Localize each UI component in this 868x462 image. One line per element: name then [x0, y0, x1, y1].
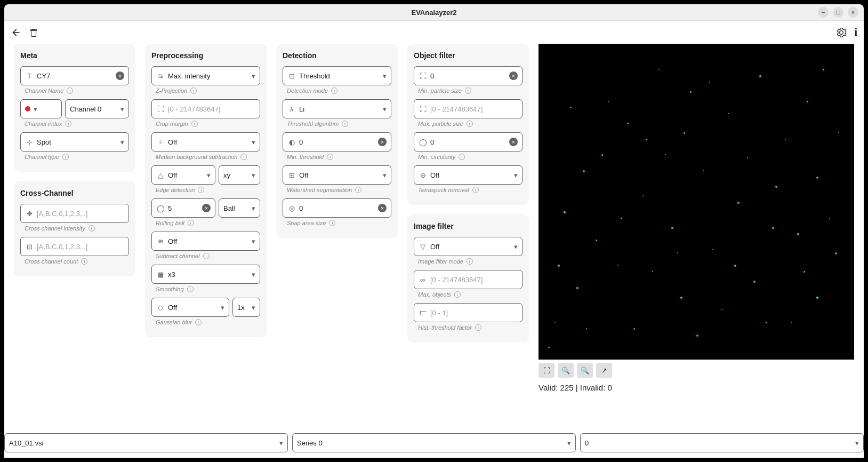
window-title: EVAnalayzer2 — [411, 9, 456, 17]
snap-area-input[interactable]: ◎ 0 × — [283, 198, 391, 218]
minimize-button[interactable]: − — [818, 7, 829, 18]
info-icon[interactable]: i — [187, 286, 194, 292]
max-particle-input[interactable]: ⛶ [0 - 2147483647] — [414, 99, 523, 118]
info-icon[interactable]: i — [198, 187, 204, 193]
hist-threshold-input[interactable]: ⫍ [0 - 1] — [414, 303, 523, 322]
min-circularity-input[interactable]: ◯ 0 × — [414, 132, 523, 152]
info-icon[interactable]: i — [195, 319, 202, 325]
info-icon[interactable]: i — [188, 220, 194, 226]
info-icon[interactable]: i — [355, 187, 361, 193]
info-icon[interactable]: i — [342, 121, 348, 127]
chevron-down-icon: ▾ — [252, 270, 255, 278]
info-icon[interactable]: i — [191, 121, 198, 127]
clear-icon[interactable]: × — [378, 138, 387, 146]
channel-index-select[interactable]: Channel 0 ▾ — [65, 99, 129, 118]
info-icon[interactable]: i — [472, 187, 479, 193]
open-external-button[interactable]: ↗ — [596, 363, 612, 378]
fullscreen-button[interactable]: ⛶ — [539, 363, 554, 378]
gaussian-blur-select[interactable]: ◇ Off ▾ — [151, 298, 229, 317]
maximize-button[interactable]: □ — [833, 7, 843, 18]
info-icon[interactable]: i — [467, 258, 473, 265]
smoothing-select[interactable]: ▦ x3 ▾ — [151, 265, 260, 284]
series-select[interactable]: Series 0 ▾ — [292, 433, 576, 452]
count-icon: ⊡ — [25, 243, 34, 251]
info-icon[interactable]: i — [65, 121, 71, 127]
red-dot-icon — [25, 106, 30, 111]
watershed-select[interactable]: ⊞ Off ▾ — [283, 165, 391, 185]
delete-button[interactable] — [29, 28, 38, 37]
info-icon[interactable]: i — [81, 258, 87, 265]
detection-mode-select[interactable]: ⊡ Threshold ▾ — [283, 66, 391, 85]
rolling-ball-type-select[interactable]: Ball ▾ — [219, 198, 260, 218]
info-icon[interactable]: i — [331, 87, 337, 94]
clear-icon[interactable]: × — [509, 71, 518, 80]
rolling-ball-input[interactable]: ◯ 5 × — [151, 198, 215, 218]
image-filter-mode-select[interactable]: ▽ Off ▾ — [414, 237, 523, 256]
chevron-down-icon: ▾ — [279, 439, 283, 447]
info-icon[interactable]: i — [329, 220, 335, 226]
info-icon[interactable]: i — [203, 253, 210, 259]
chevron-down-icon: ▾ — [252, 72, 255, 80]
info-icon[interactable]: i — [454, 291, 461, 298]
ellipse-icon: ◯ — [419, 138, 427, 146]
info-icon[interactable]: i — [459, 154, 465, 160]
settings-button[interactable] — [836, 27, 847, 38]
clear-icon[interactable]: × — [509, 138, 518, 146]
text-icon: T — [25, 72, 34, 80]
contrast-icon: ◐ — [287, 138, 296, 146]
channel-type-select[interactable]: ⊹ Spot ▾ — [20, 132, 129, 152]
clear-icon[interactable]: × — [202, 204, 211, 212]
info-icon[interactable]: i — [62, 154, 69, 160]
chevron-down-icon: ▾ — [221, 304, 224, 312]
preview-image[interactable] — [539, 44, 854, 360]
zoom-in-button[interactable]: 🔍 — [558, 363, 574, 378]
snap-icon: ◎ — [287, 204, 296, 212]
edge-axis-select[interactable]: xy ▾ — [219, 165, 260, 185]
object-filter-panel: Object filter ⛶ 0 × Min. particle sizei — [407, 44, 529, 205]
info-icon[interactable]: i — [240, 154, 247, 160]
max-objects-input[interactable]: ∞ [0 - 2147483647] — [414, 270, 523, 289]
chevron-down-icon: ▾ — [252, 138, 255, 146]
cross-intensity-input[interactable]: ✥ [A,B,C,0,1,2,3,..] — [20, 204, 129, 223]
bulb-icon: ✥ — [25, 210, 34, 218]
image-filter-panel: Image filter ▽ Off ▾ Image filter modei — [407, 214, 529, 342]
lambda-icon: λ — [287, 105, 296, 113]
min-particle-input[interactable]: ⛶ 0 × — [414, 66, 523, 85]
info-icon[interactable]: i — [327, 154, 333, 160]
crop-margin-input[interactable]: ⛶ [0 - 2147483647] — [151, 99, 260, 118]
info-icon[interactable]: i — [475, 324, 481, 331]
info-icon[interactable]: i — [89, 225, 95, 232]
info-icon[interactable]: i — [465, 87, 471, 94]
index-select[interactable]: 0 ▾ — [580, 433, 864, 452]
info-button[interactable]: i — [854, 26, 857, 38]
chevron-down-icon: ▾ — [252, 204, 255, 212]
z-projection-select[interactable]: ≋ Max. intensity ▾ — [151, 66, 260, 85]
cross-count-input[interactable]: ⊡ [A,B,C,0,1,2,3,..] — [20, 237, 129, 256]
median-bg-select[interactable]: ÷ Off ▾ — [151, 132, 260, 152]
channel-color-select[interactable]: ▾ — [20, 99, 62, 118]
info-icon[interactable]: i — [190, 87, 197, 94]
drop-icon: ◇ — [156, 304, 165, 312]
min-threshold-input[interactable]: ◐ 0 × — [283, 132, 391, 152]
close-button[interactable]: × — [848, 7, 858, 18]
clear-icon[interactable]: × — [116, 71, 124, 80]
file-select[interactable]: A10_01.vsi ▾ — [4, 433, 288, 452]
subtract-channel-select[interactable]: ≋ Off ▾ — [151, 232, 260, 251]
info-icon[interactable]: i — [67, 87, 73, 94]
threshold-algo-select[interactable]: λ Li ▾ — [283, 99, 391, 118]
chart-icon: ⫍ — [419, 309, 427, 317]
chevron-down-icon: ▾ — [207, 171, 211, 179]
detection-panel: Detection ⊡ Threshold ▾ Detection modei — [276, 44, 398, 238]
preprocessing-panel: Preprocessing ≋ Max. intensity ▾ Z-Proje… — [145, 44, 267, 337]
info-icon[interactable]: i — [467, 121, 473, 127]
tetraspeck-select[interactable]: ⊖ Off ▾ — [414, 165, 523, 185]
gaussian-mult-select[interactable]: 1x ▾ — [232, 298, 260, 317]
meta-title: Meta — [20, 51, 129, 60]
zoom-out-button[interactable]: 🔍 — [577, 363, 593, 378]
chevron-down-icon: ▾ — [383, 72, 387, 80]
clear-icon[interactable]: × — [378, 204, 387, 212]
back-button[interactable] — [11, 27, 21, 38]
edge-detection-select[interactable]: △ Off ▾ — [151, 165, 215, 185]
channel-name-input[interactable]: T CY7 × — [20, 66, 129, 85]
target-icon: ⊡ — [287, 72, 296, 80]
